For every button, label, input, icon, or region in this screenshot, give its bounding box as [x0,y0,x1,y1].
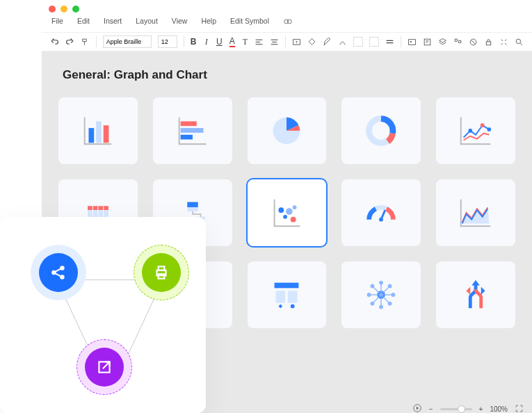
svg-rect-5 [409,39,416,44]
svg-point-21 [487,127,492,131]
svg-line-52 [381,286,390,295]
svg-point-56 [51,270,56,275]
print-icon [142,253,181,292]
svg-rect-2 [83,39,86,41]
canvas-title: General: Graph and Chart [63,68,515,82]
divider [285,36,286,47]
svg-rect-7 [424,39,430,45]
svg-point-6 [410,40,412,42]
zoom-slider[interactable] [440,408,472,410]
presentation-button[interactable] [412,403,422,413]
text-tool-button[interactable]: T [242,37,249,47]
shape-horizontal-bar-chart[interactable] [153,97,232,164]
stroke-color-swatch[interactable] [369,37,379,47]
svg-rect-25 [187,202,198,208]
italic-button[interactable]: I [203,37,210,47]
overlay-node-open[interactable] [76,339,132,395]
overlay-node-share[interactable] [31,245,86,300]
undo-button[interactable] [50,37,59,47]
share-icon [39,253,78,292]
svg-point-37 [291,305,295,309]
svg-rect-26 [187,207,198,211]
zoom-out-button[interactable]: − [429,405,433,413]
menu-edit-symbol[interactable]: Edit Symbol [230,17,269,28]
menu-edit[interactable]: Edit [77,17,90,28]
zoom-label[interactable]: 100% [490,405,508,413]
svg-rect-12 [96,121,102,143]
mask-button[interactable] [469,37,478,47]
font-size-select[interactable] [158,35,177,48]
search-button[interactable] [515,37,524,47]
text-box-button[interactable]: T [292,37,301,47]
layers-button[interactable] [438,37,447,47]
svg-rect-14 [180,121,196,126]
line-style-button[interactable] [385,37,394,47]
menu-help[interactable]: Help [201,17,216,28]
shape-flowchart[interactable] [248,261,327,328]
shape-gauge-chart[interactable] [341,179,421,246]
svg-point-31 [291,217,296,222]
overlay-node-print[interactable] [134,245,189,300]
format-painter-button[interactable] [81,37,90,47]
shape-pie-chart[interactable] [248,97,327,164]
line-button[interactable] [338,37,347,47]
overlay-diagram [0,217,206,413]
menu-layout[interactable]: Layout [136,17,158,28]
note-button[interactable] [423,37,432,47]
svg-rect-11 [88,128,94,143]
font-family-select[interactable] [103,35,152,48]
statusbar: − + 100% [412,403,524,413]
shape-scatter-chart[interactable] [248,179,327,246]
menu-insert[interactable]: Insert [104,17,122,28]
svg-rect-16 [180,135,192,140]
svg-line-51 [373,286,382,295]
fullscreen-button[interactable] [515,404,524,414]
menu-view[interactable]: View [172,17,188,28]
shape-bar-chart[interactable] [58,97,138,164]
menu-file[interactable]: File [51,17,63,28]
menubar: File Edit Insert Layout View Help Edit S… [42,14,532,32]
edge [85,280,140,280]
open-external-icon [85,348,124,387]
svg-point-10 [516,39,521,44]
redo-button[interactable] [65,37,74,47]
svg-point-32 [293,205,297,209]
image-button[interactable] [408,37,417,47]
toolbar: B I U A T T [42,32,532,51]
minimize-window-button[interactable] [61,6,67,13]
divider [184,36,184,47]
shape-donut-chart[interactable] [341,97,421,164]
svg-text:T: T [296,40,298,44]
align-left-button[interactable] [255,37,264,47]
maximize-window-button[interactable] [72,6,79,13]
shape-area-chart[interactable] [436,179,515,246]
fill-color-swatch[interactable] [353,37,363,47]
svg-point-28 [279,207,284,213]
lock-button[interactable] [484,37,493,47]
close-window-button[interactable] [49,6,56,13]
svg-rect-60 [159,266,165,270]
align-objects-button[interactable] [453,37,462,47]
copilot-icon[interactable] [283,17,293,28]
divider [401,36,401,47]
svg-rect-9 [486,41,491,44]
svg-rect-35 [276,291,286,302]
svg-point-19 [468,129,472,133]
align-center-button[interactable] [270,37,279,47]
svg-point-20 [481,123,485,127]
shape-line-chart[interactable] [436,97,515,164]
underline-button[interactable]: U [216,37,223,47]
bold-button[interactable]: B [190,37,197,47]
svg-rect-13 [104,125,109,143]
divider [96,36,97,47]
svg-rect-36 [288,291,298,302]
shape-network-chart[interactable] [341,261,421,328]
svg-point-30 [284,215,288,219]
font-color-button[interactable]: A [229,37,236,47]
shape-merge-arrows[interactable] [436,261,515,328]
settings-button[interactable] [499,37,508,47]
zoom-in-button[interactable]: + [479,405,483,413]
svg-rect-15 [180,128,203,133]
fill-button[interactable] [307,37,316,47]
brush-button[interactable] [323,37,332,47]
